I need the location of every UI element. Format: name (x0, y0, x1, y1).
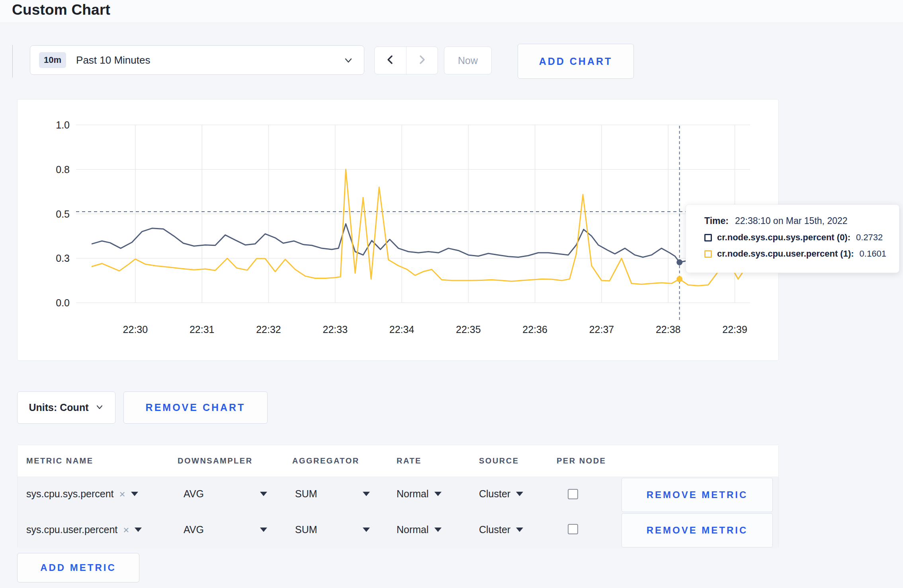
svg-text:22:36: 22:36 (522, 324, 547, 335)
svg-text:0.5: 0.5 (56, 208, 70, 220)
caret-down-icon (434, 492, 442, 496)
downsampler-value: AVG (184, 488, 204, 500)
caret-down-icon (135, 528, 142, 532)
column-per-node: PER NODE (557, 456, 606, 465)
add-metric-button[interactable]: ADD METRIC (17, 553, 139, 582)
remove-metric-button[interactable]: REMOVE METRIC (622, 513, 773, 547)
column-source: SOURCE (479, 456, 519, 465)
tooltip-series-label: cr.node.sys.cpu.user.percent (1): (717, 249, 854, 259)
svg-text:1.0: 1.0 (56, 119, 70, 130)
svg-text:0.8: 0.8 (56, 164, 70, 175)
tooltip-series-value: 0.2732 (856, 232, 883, 243)
metrics-table: METRIC NAME DOWNSAMPLER AGGREGATOR RATE … (17, 445, 779, 548)
rate-select[interactable]: Normal (397, 488, 442, 500)
per-node-checkbox[interactable] (568, 524, 578, 534)
page-header: Custom Chart (0, 0, 903, 23)
source-select[interactable]: Cluster (479, 488, 523, 500)
svg-text:22:31: 22:31 (190, 324, 215, 335)
caret-down-icon (260, 492, 267, 496)
rate-value: Normal (397, 524, 429, 535)
caret-down-icon (131, 492, 138, 496)
next-range-button[interactable] (407, 47, 438, 74)
series-swatch-user (704, 250, 712, 258)
svg-text:22:30: 22:30 (123, 324, 148, 335)
chevron-down-icon (96, 403, 104, 413)
source-value: Cluster (479, 524, 510, 535)
remove-tag-icon[interactable]: × (123, 525, 129, 535)
tooltip-time-value: 22:38:10 on Mar 15th, 2022 (735, 216, 848, 226)
remove-metric-label: REMOVE METRIC (647, 525, 748, 536)
rate-select[interactable]: Normal (397, 524, 442, 535)
svg-text:22:37: 22:37 (589, 324, 614, 335)
add-chart-button[interactable]: ADD CHART (518, 44, 634, 79)
cpu-percent-line-chart[interactable]: 0.00.30.50.81.022:3022:3122:3222:3322:34… (18, 99, 778, 360)
source-select[interactable]: Cluster (479, 524, 523, 535)
svg-text:22:33: 22:33 (322, 324, 348, 335)
svg-text:22:39: 22:39 (722, 324, 747, 335)
caret-down-icon (434, 528, 442, 532)
metrics-table-header: METRIC NAME DOWNSAMPLER AGGREGATOR RATE … (18, 445, 778, 477)
toolbar-divider (12, 45, 13, 78)
source-value: Cluster (479, 488, 510, 500)
time-range-badge: 10m (39, 52, 66, 68)
tooltip-series-label: cr.node.sys.cpu.sys.percent (0): (717, 232, 850, 243)
table-row: sys.cpu.sys.percent × AVG SUM Normal (18, 477, 778, 512)
aggregator-select[interactable]: SUM (295, 488, 370, 500)
column-rate: RATE (397, 456, 422, 465)
series-swatch-sys (704, 234, 712, 241)
metric-name-value: sys.cpu.sys.percent (26, 488, 114, 500)
chevron-left-icon (385, 54, 396, 67)
caret-down-icon (363, 528, 370, 532)
custom-chart-page: Custom Chart 10m Past 10 Minutes Now ADD… (0, 0, 903, 588)
rate-value: Normal (397, 488, 429, 500)
downsampler-select[interactable]: AVG (184, 488, 267, 500)
caret-down-icon (260, 528, 267, 532)
remove-metric-button[interactable]: REMOVE METRIC (622, 478, 773, 512)
units-dropdown[interactable]: Units: Count (17, 391, 115, 424)
metric-name-value: sys.cpu.user.percent (26, 524, 117, 535)
svg-text:22:34: 22:34 (389, 324, 414, 335)
table-row: sys.cpu.user.percent × AVG SUM Normal (18, 513, 778, 548)
caret-down-icon (516, 528, 523, 532)
tooltip-time-label: Time: (704, 216, 729, 226)
remove-chart-button[interactable]: REMOVE CHART (123, 391, 268, 424)
chevron-down-icon (343, 55, 354, 67)
time-range-label: Past 10 Minutes (76, 54, 150, 66)
metric-name-select[interactable]: sys.cpu.sys.percent × (26, 488, 138, 500)
units-label: Units: Count (29, 402, 89, 413)
aggregator-select[interactable]: SUM (295, 524, 370, 535)
svg-text:22:38: 22:38 (656, 324, 681, 335)
metrics-table-body: sys.cpu.sys.percent × AVG SUM Normal (18, 477, 778, 548)
svg-text:0.3: 0.3 (56, 253, 70, 264)
chart-hover-tooltip: Time: 22:38:10 on Mar 15th, 2022 cr.node… (686, 204, 899, 273)
column-metric-name: METRIC NAME (26, 456, 94, 465)
previous-range-button[interactable] (375, 47, 407, 74)
time-range-dropdown[interactable]: 10m Past 10 Minutes (30, 45, 364, 75)
time-step-buttons (374, 47, 438, 74)
downsampler-select[interactable]: AVG (184, 524, 267, 535)
add-chart-label: ADD CHART (539, 56, 613, 67)
caret-down-icon (363, 492, 370, 496)
downsampler-value: AVG (184, 524, 204, 535)
caret-down-icon (516, 492, 523, 496)
column-downsampler: DOWNSAMPLER (178, 456, 253, 465)
chevron-right-icon (416, 54, 428, 67)
page-title: Custom Chart (12, 2, 110, 18)
aggregator-value: SUM (295, 488, 317, 500)
now-button[interactable]: Now (444, 47, 492, 74)
svg-text:22:32: 22:32 (256, 324, 281, 335)
remove-metric-label: REMOVE METRIC (647, 489, 748, 500)
svg-text:22:35: 22:35 (456, 324, 481, 335)
remove-tag-icon[interactable]: × (119, 489, 125, 499)
chart-card: 0.00.30.50.81.022:3022:3122:3222:3322:34… (17, 99, 779, 361)
remove-chart-label: REMOVE CHART (146, 402, 246, 413)
tooltip-series-value: 0.1601 (860, 249, 886, 259)
per-node-checkbox[interactable] (568, 489, 578, 499)
column-aggregator: AGGREGATOR (292, 456, 360, 465)
now-button-label: Now (458, 55, 478, 66)
svg-text:0.0: 0.0 (56, 297, 70, 308)
metric-name-select[interactable]: sys.cpu.user.percent × (26, 524, 142, 535)
add-metric-label: ADD METRIC (40, 562, 116, 573)
aggregator-value: SUM (295, 524, 317, 535)
